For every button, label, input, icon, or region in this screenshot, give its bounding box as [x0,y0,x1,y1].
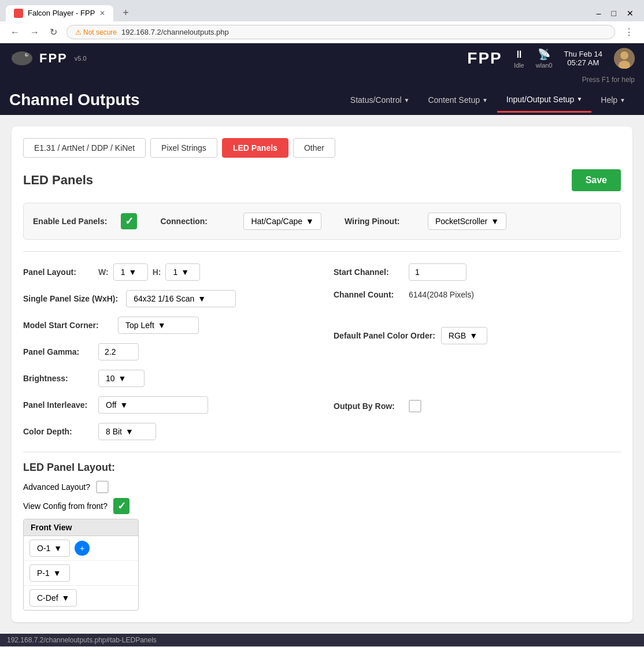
panel-h-select[interactable]: 1 ▼ [165,263,200,281]
nav-status-control[interactable]: Status/Control ▼ [341,88,419,113]
enable-checkbox[interactable]: ✓ [121,213,137,229]
enable-label: Enable Led Panels: [33,217,107,226]
content-card: E1.31 / ArtNet / DDP / KiNet Pixel Strin… [12,127,632,622]
svg-point-3 [27,54,28,55]
front-view-header: Front View [24,519,138,536]
w-label: W: [98,267,109,277]
minimize-button[interactable]: – [592,7,606,20]
panel-row-1-select[interactable]: P-1 ▼ [29,564,70,582]
save-button[interactable]: Save [572,169,621,191]
panel-row-0-add-button[interactable]: + [75,541,90,556]
advanced-layout-label: Advanced Layout? [23,482,90,492]
user-avatar [614,48,635,69]
avatar-icon [614,48,635,69]
tab-favicon [14,9,23,18]
fpp-logo: FPP v5.0 [9,49,87,68]
address-input[interactable]: ⚠ Not secure 192.168.7.2/channeloutputs.… [66,25,615,39]
connection-label: Connection: [160,217,230,226]
output-by-row-label: Output By Row: [334,401,403,411]
svg-point-5 [620,51,628,60]
model-start-corner-select[interactable]: Top Left ▼ [118,317,199,334]
settings-row: Enable Led Panels: ✓ Connection: Hat/Cap… [33,213,611,230]
layout-section-title: LED Panel Layout: [23,462,621,474]
forward-button[interactable]: → [27,26,43,39]
brightness-select[interactable]: 10 ▼ [98,370,145,387]
tab-e131[interactable]: E1.31 / ArtNet / DDP / KiNet [23,138,146,158]
color-depth-row: Color Depth: 8 Bit ▼ [23,418,310,445]
extensions-button[interactable]: ⋮ [621,25,637,39]
start-channel-input[interactable] [409,263,467,281]
main-content: E1.31 / ArtNet / DDP / KiNet Pixel Strin… [0,115,644,634]
panel-gamma-input[interactable] [98,343,139,360]
panel-size-dropdown-icon: ▼ [198,294,206,303]
wiring-dropdown-icon: ▼ [491,217,499,226]
network-indicator: 📡 wlan0 [536,48,553,69]
reload-button[interactable]: ↻ [46,25,61,39]
panel-interleave-select[interactable]: Off ▼ [98,396,208,414]
front-view-row-2: C-Def ▼ [24,586,138,610]
model-start-corner-label: Model Start Corner: [23,321,110,330]
tab-led-panels[interactable]: LED Panels [222,138,288,158]
panel-row-0-select[interactable]: O-1 ▼ [29,540,70,557]
svg-point-0 [12,51,32,65]
nav-help[interactable]: Help ▼ [591,88,635,113]
panel-color-order-row: Default Panel Color Order: RGB ▼ [334,322,621,349]
divider-2 [23,452,621,452]
divider [23,251,621,252]
url-text: 192.168.7.2/channeloutputs.php [121,28,229,36]
single-panel-size-row: Single Panel Size (WxH): 64x32 1/16 Scan… [23,285,310,312]
wiring-select[interactable]: PocketScroller ▼ [428,213,506,230]
connection-dropdown-icon: ▼ [306,217,314,226]
tab-close-button[interactable]: ✕ [99,9,105,17]
settings-panel: Enable Led Panels: ✓ Connection: Hat/Cap… [23,203,621,240]
row1-dropdown-icon: ▼ [53,568,61,578]
help-hint-bar: Press F1 for help [0,73,644,85]
fpp-logo-text: FPP [39,51,68,66]
tab-pixel-strings[interactable]: Pixel Strings [150,138,217,158]
nav-arrow-1: ▼ [482,97,488,103]
nav-io-setup[interactable]: Input/Output Setup ▼ [497,88,591,113]
nav-content-setup[interactable]: Content Setup ▼ [419,88,497,113]
view-config-label: View Config from front? [23,501,108,511]
network-icon: 📡 [538,48,550,61]
panel-gamma-label: Panel Gamma: [23,347,92,356]
tab-other[interactable]: Other [293,138,335,158]
panel-interleave-row: Panel Interleave: Off ▼ [23,392,310,418]
advanced-layout-checkbox[interactable] [96,481,109,493]
single-panel-size-select[interactable]: 64x32 1/16 Scan ▼ [126,290,236,307]
output-by-row-checkbox[interactable] [409,400,421,412]
panel-color-order-label: Default Panel Color Order: [334,331,435,340]
brightness-dropdown-icon: ▼ [119,374,127,383]
channel-count-value: 6144(2048 Pixels) [409,290,474,299]
back-button[interactable]: ← [7,26,23,39]
browser-tab[interactable]: Falcon Player - FPP ✕ [6,5,113,21]
panel-w-select[interactable]: 1 ▼ [113,263,148,281]
tab-title: Falcon Player - FPP [28,9,95,17]
new-tab-button[interactable]: + [118,5,134,21]
single-panel-size-label: Single Panel Size (WxH): [23,294,118,303]
close-button[interactable]: ✕ [622,7,638,20]
connection-select[interactable]: Hat/Cap/Cape ▼ [243,213,321,230]
start-channel-label: Start Channel: [334,267,403,277]
form-right: Start Channel: Channel Count: 6144(2048 … [334,259,621,445]
network-label: wlan0 [536,62,553,69]
datetime-display: Thu Feb 14 05:27 AM [564,50,603,67]
panel-color-order-select[interactable]: RGB ▼ [441,327,487,344]
restore-button[interactable]: □ [607,7,621,20]
view-config-option: View Config from front? ✓ [23,498,621,514]
corner-dropdown-icon: ▼ [158,321,166,330]
color-depth-dropdown-icon: ▼ [125,427,134,436]
h-label: H: [153,267,161,277]
layout-section: LED Panel Layout: Advanced Layout? View … [23,462,621,611]
status-bar: 192.168.7.2/channeloutputs.php#tab-LEDPa… [0,634,644,646]
front-view-table: Front View O-1 ▼ + P-1 [23,519,139,611]
model-start-corner-row: Model Start Corner: Top Left ▼ [23,312,310,339]
color-depth-select[interactable]: 8 Bit ▼ [98,423,156,440]
browser-window: Falcon Player - FPP ✕ + – □ ✕ ← → ↻ ⚠ No… [0,0,644,646]
channel-count-label: Channel Count: [334,290,403,299]
view-config-checkbox[interactable]: ✓ [113,498,129,514]
color-depth-label: Color Depth: [23,427,92,436]
panel-row-2-select[interactable]: C-Def ▼ [29,589,77,607]
section-title: LED Panels [23,173,93,188]
form-left: Panel Layout: W: 1 ▼ H: 1 ▼ [23,259,310,445]
